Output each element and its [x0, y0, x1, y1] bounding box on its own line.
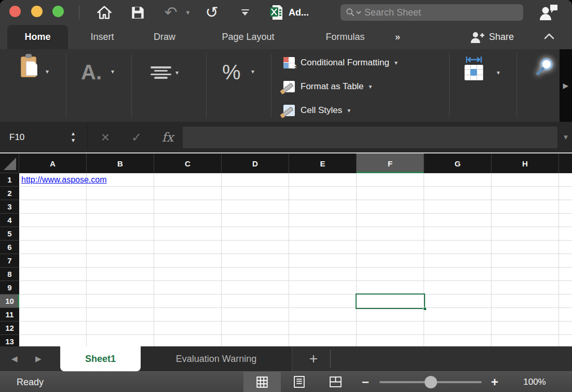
page-break-view-button[interactable] — [321, 372, 350, 392]
formula-input[interactable] — [183, 127, 557, 148]
search-field[interactable] — [341, 4, 523, 21]
conditional-formatting-button[interactable]: ≠ Conditional Formatting ▾ — [283, 55, 398, 71]
next-sheet-icon[interactable]: ▶ — [35, 346, 42, 371]
alignment-icon[interactable] — [149, 65, 172, 80]
dropdown-icon: ▾ — [369, 83, 372, 90]
row-header-2[interactable]: 2 — [0, 187, 19, 200]
alignment-dropdown-icon[interactable]: ▾ — [175, 69, 179, 76]
name-box-spinner[interactable]: ▲ ▼ — [71, 122, 76, 152]
row-header-column: 1 2 3 4 5 6 7 8 9 10 11 12 13 — [0, 173, 19, 346]
ribbon-expand-strip[interactable]: ▶ — [560, 49, 572, 122]
cancel-entry-icon[interactable]: × — [97, 122, 114, 152]
column-header-F[interactable]: F — [357, 153, 424, 173]
zoom-slider-thumb[interactable] — [425, 376, 437, 388]
editing-find-icon[interactable] — [534, 57, 555, 81]
clipboard-dropdown-icon[interactable]: ▾ — [46, 68, 49, 75]
font-dropdown-icon[interactable]: ▾ — [111, 68, 114, 75]
column-header-partial[interactable] — [559, 153, 572, 173]
title-bar: ↶ ▼ ↺ Ad... — [0, 0, 572, 25]
collapse-ribbon-chevron-icon[interactable] — [543, 32, 555, 43]
name-box[interactable]: F10 — [9, 122, 24, 152]
normal-view-button[interactable] — [243, 372, 281, 392]
close-window-button[interactable] — [9, 6, 21, 17]
tab-overflow-chevrons[interactable]: » — [386, 25, 409, 49]
add-sheet-button[interactable]: + — [301, 346, 326, 371]
row-header-8[interactable]: 8 — [0, 268, 19, 281]
formula-bar: F10 ▲ ▼ × ✓ fx ▼ — [0, 122, 572, 153]
column-header-D[interactable]: D — [222, 153, 289, 173]
row-header-5[interactable]: 5 — [0, 227, 19, 241]
share-button[interactable]: Share — [470, 25, 514, 49]
cell-styles-icon — [283, 104, 295, 117]
zoom-level[interactable]: 100% — [511, 372, 558, 392]
number-format-icon[interactable]: % — [222, 62, 241, 82]
normal-view-icon — [255, 375, 269, 389]
zoom-window-button[interactable] — [52, 6, 64, 17]
row-header-6[interactable]: 6 — [0, 241, 19, 254]
save-icon[interactable] — [129, 0, 146, 25]
number-dropdown-icon[interactable]: ▾ — [251, 68, 254, 75]
formula-bar-divider — [87, 125, 88, 149]
selected-cell-F10[interactable] — [356, 293, 425, 309]
row-header-4[interactable]: 4 — [0, 214, 19, 227]
minimize-window-button[interactable] — [31, 6, 43, 17]
paste-clipboard-icon[interactable] — [21, 57, 42, 82]
redo-icon[interactable]: ↺ — [202, 0, 221, 25]
column-header-B[interactable]: B — [87, 153, 154, 173]
ribbon-divider — [131, 53, 132, 118]
search-scope-chevron-icon[interactable] — [356, 10, 361, 15]
home-icon[interactable] — [96, 0, 113, 25]
ribbon: ▾ Clipboard A. ▾ Font ▾ Alignment % ▾ Nu… — [0, 49, 572, 122]
cells-dropdown-icon[interactable]: ▾ — [497, 69, 500, 76]
row-header-13[interactable]: 13 — [0, 335, 19, 346]
row-header-1[interactable]: 1 — [0, 173, 19, 187]
tab-draw[interactable]: Draw — [146, 25, 183, 49]
contact-support-icon[interactable] — [535, 0, 563, 25]
excel-document-icon — [267, 0, 285, 25]
row-header-3[interactable]: 3 — [0, 200, 19, 214]
tab-formulas[interactable]: Formulas — [313, 25, 377, 49]
sheet-tab-evaluation-warning[interactable]: Evaluation Warning — [141, 346, 292, 371]
cells-area[interactable]: http://www.aspose.com — [19, 173, 572, 346]
column-header-A[interactable]: A — [19, 153, 87, 173]
ribbon-expand-icon[interactable]: ▶ — [563, 81, 569, 90]
tab-insert[interactable]: Insert — [82, 25, 122, 49]
row-header-12[interactable]: 12 — [0, 321, 19, 335]
undo-icon[interactable]: ↶ — [162, 0, 180, 25]
select-all-button[interactable] — [0, 153, 19, 173]
page-layout-view-button[interactable] — [284, 372, 314, 392]
row-header-10[interactable]: 10 — [0, 295, 19, 308]
titlebar-divider — [79, 5, 79, 20]
fill-handle[interactable] — [423, 307, 427, 311]
select-all-triangle-icon — [4, 158, 16, 170]
cell-styles-button[interactable]: Cell Styles ▾ — [283, 103, 350, 118]
tab-page-layout[interactable]: Page Layout — [207, 25, 290, 49]
search-input[interactable] — [364, 7, 494, 18]
tab-home[interactable]: Home — [7, 25, 68, 49]
column-header-E[interactable]: E — [289, 153, 357, 173]
zoom-in-button[interactable]: + — [491, 372, 498, 392]
format-as-table-button[interactable]: Format as Table ▾ — [283, 79, 372, 94]
cell-A1-hyperlink[interactable]: http://www.aspose.com — [21, 173, 107, 187]
column-header-H[interactable]: H — [492, 153, 559, 173]
sheet-tab-sheet1[interactable]: Sheet1 — [60, 346, 141, 371]
font-icon[interactable]: A. — [81, 62, 102, 82]
page-layout-view-icon — [293, 375, 306, 388]
column-header-C[interactable]: C — [154, 153, 222, 173]
previous-sheet-icon[interactable]: ◀ — [11, 346, 18, 371]
zoom-slider[interactable] — [379, 381, 482, 383]
confirm-entry-icon[interactable]: ✓ — [128, 122, 145, 152]
toolbar-options-icon[interactable] — [236, 0, 254, 25]
status-text: Ready — [17, 372, 44, 392]
zoom-out-button[interactable]: − — [362, 372, 369, 392]
formula-bar-dropdown-icon[interactable]: ▼ — [560, 122, 572, 152]
insert-function-icon[interactable]: fx — [159, 122, 176, 152]
cells-icon[interactable] — [465, 55, 485, 80]
row-header-11[interactable]: 11 — [0, 308, 19, 321]
row-header-7[interactable]: 7 — [0, 254, 19, 268]
undo-dropdown-icon[interactable]: ▼ — [183, 0, 193, 25]
row-header-9[interactable]: 9 — [0, 281, 19, 295]
share-person-plus-icon — [470, 31, 485, 44]
column-header-G[interactable]: G — [424, 153, 492, 173]
spinner-up-icon: ▲ — [71, 131, 76, 136]
